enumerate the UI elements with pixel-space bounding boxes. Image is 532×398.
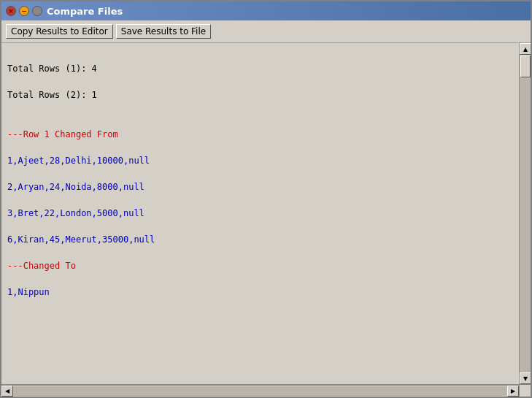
minimize-button[interactable]: − [19, 6, 29, 16]
vertical-scrollbar: ▲ ▼ [519, 43, 531, 384]
copy-results-button[interactable]: Copy Results to Editor [6, 24, 113, 39]
bottom-bar: ◀ ▶ [1, 384, 531, 397]
changed-to-header: ---Changed To [7, 261, 76, 271]
total-rows-1: Total Rows (1): 4 [7, 64, 97, 74]
toolbar: Copy Results to Editor Save Results to F… [1, 20, 531, 43]
scroll-track-horizontal[interactable] [13, 386, 507, 396]
scroll-thumb-vertical[interactable] [520, 56, 531, 77]
title-bar: × − Compare Files [1, 1, 531, 20]
data-row-1: 1,Ajeet,28,Delhi,10000,null [7, 156, 150, 166]
scroll-track-vertical[interactable] [520, 55, 531, 372]
data-row-3: 3,Bret,22,London,5000,null [7, 208, 144, 218]
results-display: Total Rows (1): 4 Total Rows (2): 1 ---R… [7, 49, 513, 312]
maximize-button[interactable] [32, 6, 42, 16]
horizontal-scrollbar: ◀ ▶ [1, 385, 519, 397]
compare-files-window: × − Compare Files Copy Results to Editor… [0, 0, 532, 398]
main-area: Total Rows (1): 4 Total Rows (2): 1 ---R… [1, 43, 531, 384]
total-rows-2: Total Rows (2): 1 [7, 90, 97, 100]
window-controls: × − [6, 6, 42, 16]
scroll-right-button[interactable]: ▶ [507, 386, 519, 397]
scrollbar-corner [519, 385, 531, 397]
content-area: Total Rows (1): 4 Total Rows (2): 1 ---R… [1, 43, 519, 384]
scroll-down-button[interactable]: ▼ [520, 372, 531, 384]
data-row-4: 6,Kiran,45,Meerut,35000,null [7, 234, 155, 245]
data-row-2: 2,Aryan,24,Noida,8000,null [7, 182, 144, 192]
window-title: Compare Files [47, 6, 526, 17]
scroll-left-button[interactable]: ◀ [1, 386, 13, 397]
scroll-up-button[interactable]: ▲ [520, 43, 531, 55]
close-button[interactable]: × [6, 6, 16, 16]
data-row-new: 1,Nippun [7, 287, 50, 297]
save-results-button[interactable]: Save Results to File [116, 24, 211, 39]
changed-from-header: ---Row 1 Changed From [7, 129, 118, 139]
